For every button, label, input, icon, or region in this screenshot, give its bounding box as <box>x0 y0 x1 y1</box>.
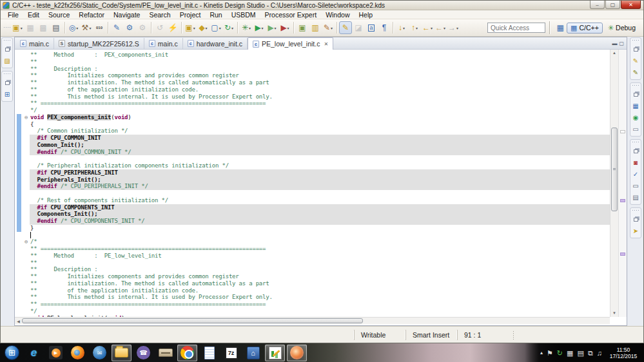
scanner-icon[interactable] <box>155 345 175 361</box>
menu-help[interactable]: Help <box>354 11 377 19</box>
code-line[interactable]: #endif /* CPU_COMPONENTS_INIT */ <box>15 218 610 225</box>
coverage-button[interactable]: ▶▾ <box>278 21 291 34</box>
code-line[interactable]: ** <box>15 260 610 267</box>
code-line[interactable]: #endif /* CPU_COMMON_INIT */ <box>15 149 610 156</box>
start-button[interactable]: ⊞ <box>2 345 22 361</box>
run-button[interactable]: ▶▾ <box>253 21 266 34</box>
code-line[interactable]: ** Method : PEX_components_init <box>15 52 610 59</box>
horizontal-scroll-track[interactable] <box>22 318 610 324</box>
templates-view-button[interactable]: ✎ <box>630 67 641 77</box>
scroll-down-arrow-icon[interactable]: ▼ <box>610 310 618 317</box>
window-close-button[interactable]: ✕ <box>621 1 641 9</box>
debug-config-button[interactable]: ◎▾ <box>67 21 80 34</box>
show-whitespace-button[interactable]: ¶ <box>378 21 391 34</box>
antivirus-icon[interactable]: ↻ <box>557 349 563 357</box>
gear-sync-button[interactable]: ⚙ <box>136 21 149 34</box>
code-line[interactable]: /* Common initialization */ <box>15 128 610 135</box>
annotation-mark[interactable] <box>620 130 625 133</box>
sevenzip-icon[interactable]: 7z <box>221 345 241 361</box>
new-button[interactable]: ▣▾ <box>11 21 24 34</box>
code-line[interactable]: Peripherals_Init(); <box>15 176 610 184</box>
scroll-left-arrow-icon[interactable]: ◀ <box>15 319 22 323</box>
forward-button[interactable]: →▾ <box>447 21 460 34</box>
menu-project[interactable]: Project <box>175 11 206 19</box>
vertical-scroll-thumb[interactable] <box>611 128 618 211</box>
tab-pe-low-level-init-c[interactable]: cPE_low_level_init.c✕ <box>248 37 333 50</box>
vertical-scroll-track[interactable] <box>610 57 618 310</box>
tab-close-icon[interactable]: ✕ <box>324 41 328 47</box>
menu-refactor[interactable]: Refactor <box>74 11 109 19</box>
perspective-c-c[interactable]: ▦C/C++ <box>567 23 603 33</box>
menu-search[interactable]: Search <box>144 11 175 19</box>
menu-navigate[interactable]: Navigate <box>109 11 144 19</box>
media-player-icon[interactable]: ▶ <box>46 345 66 361</box>
console-view-button[interactable]: ▭ <box>630 124 641 134</box>
title-bar[interactable]: C/C++ - teste_k22fx256/Static_Code/Syste… <box>1 1 643 10</box>
code-line[interactable]: ** Description : <box>15 266 610 273</box>
dim-marker-button[interactable]: ◪ <box>352 21 365 34</box>
back-button[interactable]: ←▾ <box>434 21 447 34</box>
menu-window[interactable]: Window <box>321 11 354 19</box>
last-edit-location-button[interactable]: ↓▾ <box>395 21 408 34</box>
code-line[interactable]: Common_Init(); <box>15 142 610 149</box>
window-maximize-button[interactable]: ▢ <box>605 1 620 9</box>
action-center-flag-icon[interactable]: ⚑ <box>547 349 553 357</box>
search-view-button[interactable]: ➤ <box>630 225 641 236</box>
taskbar-clock[interactable]: 11:50 17/12/2015 <box>606 347 641 359</box>
restore-view-button[interactable] <box>630 146 641 156</box>
windows-grid-icon[interactable]: ▦ <box>567 349 573 357</box>
firefox-icon[interactable] <box>68 345 88 361</box>
code-line[interactable]: ** <box>15 59 610 66</box>
outline-tree-button[interactable]: ⊞ <box>2 89 12 99</box>
snippets-view-button[interactable]: ✎ <box>630 55 641 66</box>
show-annotations-button[interactable]: a <box>365 21 378 34</box>
menu-processor-expert[interactable]: Processor Expert <box>260 11 322 19</box>
code-line[interactable]: ** initialization. The method is called … <box>15 79 610 86</box>
build-settings-button[interactable]: ⚙ <box>123 21 136 34</box>
windows-explorer-icon[interactable] <box>112 345 132 361</box>
notepad-icon[interactable] <box>199 345 219 361</box>
code-line[interactable]: ** =====================================… <box>15 100 610 107</box>
thunderbird-icon[interactable]: ✉ <box>90 345 110 361</box>
new-wizard-button[interactable]: ▣ <box>296 21 309 34</box>
perspective-debug[interactable]: ✳Debug <box>604 23 639 33</box>
chrome-icon[interactable] <box>177 345 197 361</box>
annotation-mark[interactable] <box>620 252 625 256</box>
code-line[interactable]: ⊖void PEX_components_init(void) <box>15 114 610 121</box>
new-project-button[interactable]: ▣▾ <box>184 21 197 34</box>
fold-marker[interactable]: ⊖ <box>23 238 30 245</box>
memory-view-button[interactable]: ▭ <box>630 180 641 191</box>
tasks-view-button[interactable]: ✓ <box>630 169 641 179</box>
code-line[interactable]: ** =====================================… <box>15 245 610 252</box>
code-line[interactable]: ** This method is internal. It is used b… <box>15 93 610 100</box>
network-icon[interactable]: ⧉ <box>588 349 593 357</box>
fold-marker[interactable]: ⊖ <box>23 114 30 121</box>
code-line[interactable]: ** Initializes components and provides c… <box>15 72 610 79</box>
code-line[interactable]: /* Rest of components initialization */ <box>15 197 610 204</box>
tab-startup-mk22f25612-s[interactable]: Sstartup_MK22F25612.S <box>54 38 144 49</box>
menu-source[interactable]: Source <box>44 11 74 19</box>
code-line[interactable]: #if CPU_PERIPHERALS_INIT <box>15 169 610 176</box>
code-line[interactable]: } <box>15 225 610 232</box>
code-line[interactable]: { <box>15 121 610 128</box>
code-line[interactable]: ** initialization. The method is called … <box>15 280 610 287</box>
tab-main-c[interactable]: cmain.c <box>15 38 54 49</box>
save-all-button[interactable]: ▩ <box>37 21 50 34</box>
open-element-button[interactable]: ▥ <box>309 21 322 34</box>
restore-view-button[interactable] <box>630 214 641 224</box>
code-line[interactable]: ** Initializes components and provides c… <box>15 273 610 280</box>
code-line[interactable]: ** Method : PE_low_level_init <box>15 252 610 260</box>
code-line[interactable]: Components_Init(); <box>15 211 610 218</box>
horizontal-scroll-thumb[interactable] <box>22 318 363 323</box>
code-line[interactable] <box>15 232 610 239</box>
menu-file[interactable]: File <box>3 11 23 19</box>
vertical-scrollbar[interactable]: ▲ ▼ <box>610 50 618 317</box>
build-button[interactable]: ⚒▾ <box>80 21 93 34</box>
show-hidden-icons[interactable]: ▴ <box>540 349 543 357</box>
outline-view-button[interactable]: ▦ <box>630 100 641 111</box>
chart-app-icon[interactable] <box>265 345 285 361</box>
image-viewer-icon[interactable] <box>287 345 307 361</box>
goto-up-button[interactable]: ↑▾ <box>408 21 421 34</box>
properties-view-button[interactable]: ▤ <box>630 192 641 202</box>
binary-tools-button[interactable]: 010 <box>93 21 106 34</box>
